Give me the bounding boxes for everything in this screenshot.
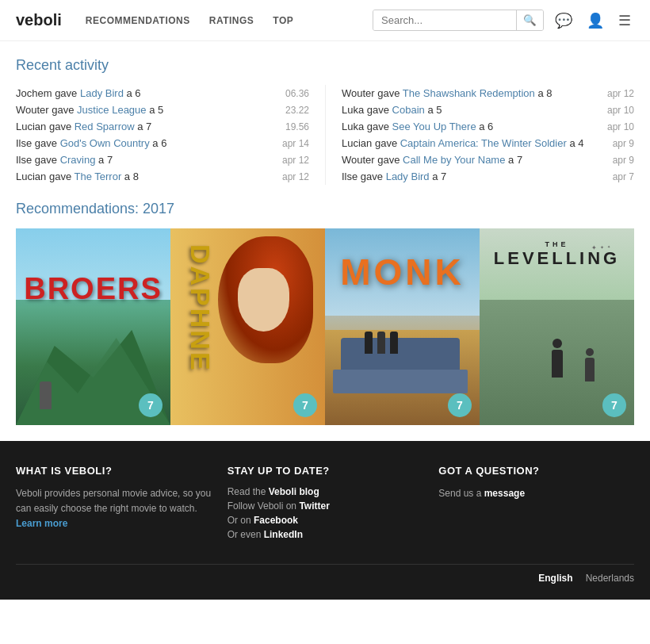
list-item: Wouter gave Justice League a 5 23.22 [16,102,309,118]
movie-link[interactable]: Lady Bird [386,171,430,182]
header: veboli RECOMMENDATIONS RATINGS TOP 🔍 💬 👤… [0,0,650,41]
score-badge: 7 [293,393,317,417]
menu-button[interactable]: ☰ [615,9,634,33]
facebook-link[interactable]: Facebook [254,515,298,526]
activity-left-col: Jochem gave Lady Bird a 6 06.36 Wouter g… [16,85,325,185]
movie-link[interactable]: See You Up There [392,121,476,132]
search-input[interactable] [373,10,516,30]
recommendations-title: Recommendations: 2017 [16,201,634,217]
list-item: Jochem gave Lady Bird a 6 06.36 [16,85,309,102]
recommendations-grid: BROERS 7 DAPHNE 7 [16,228,634,425]
twitter-link[interactable]: Twitter [299,500,329,512]
list-item: Luka gave Cobain a 5 apr 10 [342,102,634,118]
footer-grid: WHAT IS VEBOLI? Veboli provides personal… [16,465,634,540]
chat-icon: 💬 [555,13,572,29]
list-item: Wouter gave Call Me by Your Name a 7 apr… [342,151,634,168]
monk-title: MONK [340,251,465,293]
levelling-the: THE [545,240,569,248]
list-item: Lucian gave The Terror a 8 apr 12 [16,168,309,185]
chat-button[interactable]: 💬 [552,9,575,33]
menu-icon: ☰ [618,13,631,29]
footer-question-heading: GOT A QUESTION? [438,465,634,477]
movie-card-broers[interactable]: BROERS 7 [16,228,170,425]
movie-link[interactable]: Cobain [392,104,425,116]
footer-stay-heading: STAY UP TO DATE? [228,465,423,477]
list-item: Read the Veboli blog [228,486,423,497]
list-item: Ilse gave Craving a 7 apr 12 [16,151,309,168]
activity-grid: Jochem gave Lady Bird a 6 06.36 Wouter g… [16,85,634,185]
movie-link[interactable]: The Terror [75,171,122,182]
search-icon: 🔍 [523,14,537,26]
learn-more-link[interactable]: Learn more [16,518,67,529]
movie-link[interactable]: Captain America: The Winter Soldier [400,137,567,149]
movie-link[interactable]: Red Sparrow [75,121,135,132]
list-item: Ilse gave Lady Bird a 7 apr 7 [342,168,634,185]
nav-top[interactable]: TOP [273,15,293,26]
list-item: Or even LinkedIn [228,529,423,540]
list-item: Luka gave See You Up There a 6 apr 10 [342,118,634,135]
movie-card-monk[interactable]: MONK 7 [325,228,480,425]
daphne-title: DAPHNE [185,244,216,373]
footer: WHAT IS VEBOLI? Veboli provides personal… [0,441,650,600]
message-link[interactable]: message [484,488,525,499]
list-item: Ilse gave God's Own Country a 6 apr 14 [16,135,309,151]
header-right: 🔍 💬 👤 ☰ [373,9,634,33]
recent-activity-title: Recent activity [16,57,634,74]
movie-link[interactable]: The Shawshank Redemption [403,87,535,99]
user-icon: 👤 [587,13,604,29]
score-badge: 7 [448,393,472,417]
language-switcher: English Nederlands [16,564,634,584]
search-bar: 🔍 [373,10,544,31]
activity-right-col: Wouter gave The Shawshank Redemption a 8… [325,85,634,185]
footer-what-is: WHAT IS VEBOLI? Veboli provides personal… [16,465,212,540]
score-badge: 7 [139,393,162,417]
score-badge: 7 [602,393,626,417]
broers-title: BROERS [24,272,162,306]
recent-activity-section: Recent activity Jochem gave Lady Bird a … [16,57,634,185]
footer-stay-up: STAY UP TO DATE? Read the Veboli blog Fo… [228,465,423,540]
list-item: Follow Veboli on Twitter [228,500,423,512]
nav-ratings[interactable]: RATINGS [209,15,254,26]
language-english[interactable]: English [538,573,572,584]
nav-recommendations[interactable]: RECOMMENDATIONS [86,15,190,26]
language-dutch[interactable]: Nederlands [586,573,634,584]
user-button[interactable]: 👤 [583,9,607,33]
list-item: Wouter gave The Shawshank Redemption a 8… [342,85,634,102]
footer-what-heading: WHAT IS VEBOLI? [16,465,212,477]
veboli-blog-link[interactable]: Veboli blog [269,486,319,497]
linkedin-link[interactable]: LinkedIn [264,529,303,540]
footer-what-text: Veboli provides personal movie advice, s… [16,486,212,532]
footer-stay-links: Read the Veboli blog Follow Veboli on Tw… [228,486,423,540]
logo[interactable]: veboli [16,11,62,29]
movie-link[interactable]: Justice League [77,104,146,116]
movie-link[interactable]: God's Own Country [60,137,150,149]
footer-question-text: Send us a message [438,486,634,501]
main-nav: RECOMMENDATIONS RATINGS TOP [86,15,373,26]
footer-question: GOT A QUESTION? Send us a message [438,465,634,540]
movie-link[interactable]: Lady Bird [80,87,124,99]
movie-link[interactable]: Craving [60,154,96,166]
movie-card-levelling[interactable]: ✦✦✦ THE LEVELLING 7 [480,228,634,425]
list-item: Or on Facebook [228,515,423,526]
list-item: Lucian gave Captain America: The Winter … [342,135,634,151]
recommendations-section: Recommendations: 2017 BROERS 7 [16,201,634,425]
movie-card-daphne[interactable]: DAPHNE 7 [170,228,325,425]
movie-link[interactable]: Call Me by Your Name [403,154,505,166]
search-button[interactable]: 🔍 [516,10,543,30]
levelling-title: LEVELLING [494,248,620,269]
main-content: Recent activity Jochem gave Lady Bird a … [0,41,650,425]
list-item: Lucian gave Red Sparrow a 7 19.56 [16,118,309,135]
